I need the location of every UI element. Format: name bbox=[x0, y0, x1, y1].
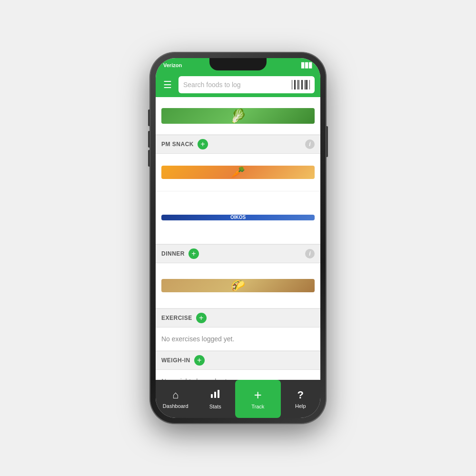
weigh-in-empty-text: No weights logged yet. bbox=[156, 370, 320, 380]
section-header-left-exercise: EXERCISE + bbox=[161, 313, 207, 323]
section-header-exercise: EXERCISE + bbox=[156, 308, 320, 327]
svg-rect-1 bbox=[214, 392, 216, 398]
food-image-carrots: 🥕 bbox=[161, 166, 315, 179]
search-bar[interactable]: Search foods to log bbox=[178, 76, 315, 93]
menu-button[interactable]: ☰ bbox=[161, 78, 174, 91]
food-item-lettuce[interactable]: 🥬 Romaine Lettuce 1 leaf outer bbox=[156, 97, 320, 135]
add-weigh-in-button[interactable]: + bbox=[194, 355, 205, 366]
nav-label-stats: Stats bbox=[209, 404, 221, 409]
food-image-lettuce: 🥬 bbox=[161, 108, 315, 124]
home-icon: ⌂ bbox=[172, 389, 178, 401]
section-header-pm-snack: PM SNACK + i bbox=[156, 135, 320, 154]
food-image-taco: 🌮 bbox=[161, 279, 315, 292]
info-pm-snack-button[interactable]: i bbox=[305, 139, 315, 149]
section-header-left-dinner: DINNER + bbox=[161, 248, 199, 259]
app-header: ☰ Search foods to log bbox=[156, 72, 320, 97]
food-item-yogurt[interactable]: OIKOS Oikos, Greek Yogurt, Plain Dannon,… bbox=[156, 191, 320, 244]
section-title-exercise: EXERCISE bbox=[161, 315, 192, 321]
exercise-empty-text: No exercises logged yet. bbox=[156, 327, 320, 351]
carrier-text: Verizon bbox=[163, 62, 182, 68]
section-title-pm-snack: PM SNACK bbox=[161, 141, 194, 148]
add-exercise-button[interactable]: + bbox=[196, 313, 207, 323]
section-header-weigh-in: WEIGH-IN + bbox=[156, 351, 320, 370]
svg-rect-2 bbox=[218, 390, 219, 398]
nav-item-dashboard[interactable]: ⌂ Dashboard bbox=[156, 389, 196, 409]
food-item-baby-carrots[interactable]: 🥕 Baby Carrots 12 baby carrots bbox=[156, 154, 320, 191]
food-item-taco[interactable]: 🌮 Rubios Fish Taco 1 taco sandwich bbox=[156, 263, 320, 308]
battery-icon: ▊▊▊ bbox=[301, 62, 313, 69]
add-pm-snack-button[interactable]: + bbox=[198, 139, 208, 149]
help-icon: ? bbox=[298, 389, 304, 401]
track-plus-icon: + bbox=[254, 388, 262, 402]
svg-rect-0 bbox=[211, 394, 213, 398]
battery-status: ▊▊▊ bbox=[301, 62, 313, 69]
status-bar: Verizon ▊▊▊ bbox=[156, 58, 320, 72]
bottom-nav: ⌂ Dashboard Stats + Track ? Hel bbox=[156, 380, 320, 418]
nav-label-track: Track bbox=[251, 404, 264, 409]
nav-label-help: Help bbox=[295, 403, 306, 409]
nav-item-help[interactable]: ? Help bbox=[281, 389, 321, 409]
food-image-yogurt: OIKOS bbox=[161, 215, 315, 220]
content-scroll[interactable]: 🥬 Romaine Lettuce 1 leaf outer PM SNACK … bbox=[156, 97, 320, 380]
section-title-weigh-in: WEIGH-IN bbox=[161, 357, 190, 364]
add-dinner-button[interactable]: + bbox=[188, 248, 199, 259]
section-title-dinner: DINNER bbox=[161, 250, 185, 257]
section-header-dinner: DINNER + i bbox=[156, 244, 320, 263]
notch bbox=[209, 58, 267, 70]
stats-icon bbox=[210, 388, 220, 402]
nav-label-dashboard: Dashboard bbox=[163, 403, 188, 409]
phone-screen: Verizon ▊▊▊ ☰ Search foods to log bbox=[156, 58, 320, 418]
nav-item-track[interactable]: + Track bbox=[235, 380, 281, 418]
section-header-left-pm-snack: PM SNACK + bbox=[161, 139, 208, 149]
barcode-icon[interactable] bbox=[292, 80, 310, 89]
section-header-left-weigh-in: WEIGH-IN + bbox=[161, 355, 205, 366]
nav-item-stats[interactable]: Stats bbox=[196, 388, 236, 409]
info-dinner-button[interactable]: i bbox=[305, 249, 315, 258]
search-placeholder: Search foods to log bbox=[183, 81, 241, 89]
phone-frame: Verizon ▊▊▊ ☰ Search foods to log bbox=[150, 52, 326, 424]
